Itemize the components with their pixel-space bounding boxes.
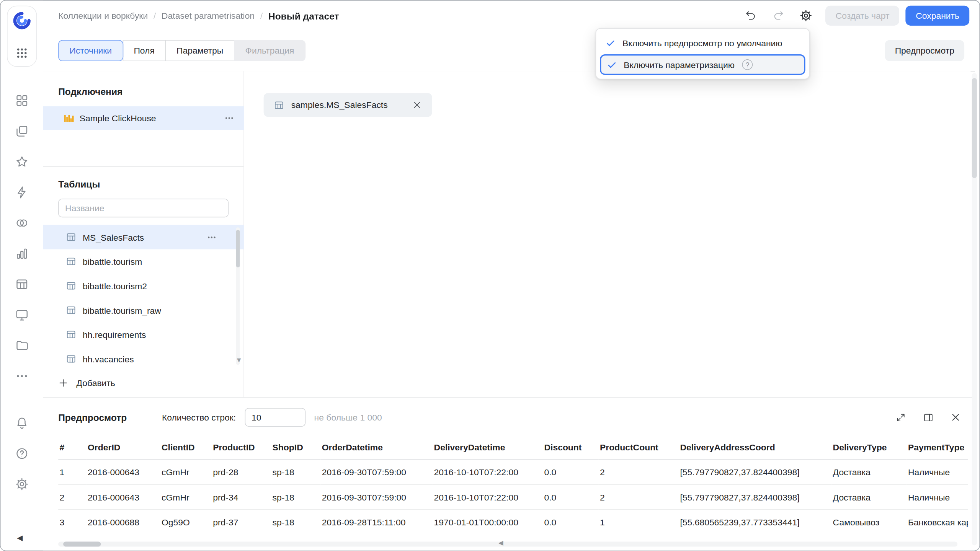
sidebar-bottom: [1, 416, 43, 491]
workbooks-icon[interactable]: [15, 124, 29, 138]
scrollbar-thumb[interactable]: [972, 78, 977, 178]
vertical-scrollbar[interactable]: [972, 73, 977, 545]
scrollbar-thumb[interactable]: [63, 542, 101, 547]
expand-preview-icon[interactable]: [895, 412, 906, 423]
panel-divider: [43, 166, 243, 167]
scroll-left-arrow-icon[interactable]: ◀: [498, 540, 503, 546]
cell: 2: [599, 484, 679, 509]
sidebar-collapse-button[interactable]: ◀: [17, 533, 23, 542]
sources-canvas: samples.MS_SalesFacts: [244, 71, 971, 397]
table-icon: [66, 256, 77, 267]
column-header: #: [58, 435, 87, 460]
table-icon: [66, 329, 77, 340]
cell: prd-28: [212, 460, 271, 484]
cell: Наличные: [907, 484, 968, 509]
cell: [55.797790827,37.824400398]: [679, 460, 831, 484]
settings-gear-icon[interactable]: [15, 477, 29, 491]
settings-menu: Включить предпросмотр по умолчанию Включ…: [596, 28, 810, 79]
preview-toggle-button[interactable]: Предпросмотр: [885, 40, 964, 61]
table-row: 3 2016-000688 Og59O prd-37 sp-18 2016-09…: [58, 509, 968, 534]
favorites-star-icon[interactable]: [15, 155, 29, 169]
table-search-input[interactable]: [58, 199, 229, 217]
connection-name: Sample ClickHouse: [80, 113, 156, 123]
add-table-label: Добавить: [77, 378, 115, 388]
tab-fields[interactable]: Поля: [122, 40, 166, 61]
apps-grid-icon[interactable]: [15, 46, 29, 60]
connection-item-sample-clickhouse[interactable]: Sample ClickHouse: [43, 106, 244, 130]
scroll-down-arrow-icon[interactable]: ▼: [235, 357, 242, 364]
quick-actions-lightning-icon[interactable]: [15, 186, 29, 199]
chip-close-icon[interactable]: [412, 100, 422, 110]
help-circle-icon[interactable]: ?: [742, 59, 753, 70]
topbar: Коллекции и воркбуки / Dataset parametri…: [43, 1, 980, 31]
cell: 2016-09-30T07:59:00: [321, 460, 433, 484]
save-button[interactable]: Сохранить: [906, 6, 969, 26]
tables-list-scrollbar[interactable]: [236, 227, 240, 365]
column-header: Discount: [543, 435, 599, 460]
tab-parameters[interactable]: Параметры: [165, 40, 235, 61]
preview-title: Предпросмотр: [58, 412, 127, 423]
table-list-item[interactable]: bibattle.tourism2: [43, 274, 244, 298]
column-header: OrderDatetime: [321, 435, 433, 460]
menu-item-default-preview[interactable]: Включить предпросмотр по умолчанию: [600, 33, 805, 53]
cell: 1970-01-01T00:00:00: [433, 509, 543, 534]
connections-circles-icon[interactable]: [15, 216, 29, 230]
storage-folder-icon[interactable]: [15, 339, 29, 352]
breadcrumb: Коллекции и воркбуки / Dataset parametri…: [58, 1, 339, 31]
tables-icon[interactable]: [15, 277, 29, 291]
cell: 0.0: [543, 484, 599, 509]
notifications-bell-icon[interactable]: [15, 416, 29, 430]
column-header: ProductCount: [599, 435, 679, 460]
table-menu-button[interactable]: [206, 231, 218, 243]
table-name: hh.requirements: [83, 329, 146, 339]
breadcrumb-collections[interactable]: Коллекции и воркбуки: [58, 11, 148, 21]
source-chip[interactable]: samples.MS_SalesFacts: [264, 93, 432, 117]
cell: 2: [599, 460, 679, 484]
datalens-logo[interactable]: [13, 11, 31, 30]
cell: Самовывоз: [831, 509, 906, 534]
cell: cGmHr: [160, 460, 212, 484]
charts-icon[interactable]: [15, 247, 29, 261]
monitoring-icon[interactable]: [15, 308, 29, 322]
horizontal-scrollbar[interactable]: ◀: [58, 542, 957, 547]
more-ellipsis-icon[interactable]: [15, 369, 29, 383]
row-count-input[interactable]: [245, 408, 305, 427]
table-list-item[interactable]: hh.vacancies: [43, 347, 244, 371]
tab-sources[interactable]: Источники: [58, 40, 123, 61]
column-header: DeliveryDatetime: [433, 435, 543, 460]
cell: 1: [599, 509, 679, 534]
preview-panel: Предпросмотр Количество строк: не больше…: [43, 397, 975, 551]
table-row: 2 2016-000643 cGmHr prd-34 sp-18 2016-09…: [58, 484, 968, 509]
create-chart-button[interactable]: Создать чарт: [826, 6, 900, 26]
column-header: OrderID: [87, 435, 160, 460]
menu-item-label: Включить предпросмотр по умолчанию: [622, 38, 782, 48]
cell: [55.680565239,37.773353441]: [679, 509, 831, 534]
table-list-item[interactable]: bibattle.tourism_raw: [43, 298, 244, 323]
add-table-button[interactable]: Добавить: [58, 375, 115, 391]
menu-item-parametrisation[interactable]: Включить параметризацию ?: [600, 54, 805, 75]
tab-filtering[interactable]: Фильтрация: [234, 40, 305, 61]
connection-menu-button[interactable]: [223, 112, 235, 124]
dataset-tabs: Источники Поля Параметры Фильтрация: [58, 40, 305, 61]
check-icon: [605, 37, 616, 48]
cell: Доставка: [831, 460, 906, 484]
table-name: MS_SalesFacts: [83, 232, 144, 242]
dashboards-icon[interactable]: [15, 94, 29, 108]
undo-icon[interactable]: [742, 6, 760, 25]
table-list-item[interactable]: hh.requirements: [43, 322, 244, 347]
dataset-settings-gear-icon[interactable]: [797, 6, 815, 25]
breadcrumb-workbook[interactable]: Dataset parametrisation: [162, 11, 255, 21]
table-list-item[interactable]: bibattle.tourism: [43, 249, 244, 274]
breadcrumb-separator: /: [154, 11, 156, 21]
tables-list: MS_SalesFacts bibattle.tourism bibattle.…: [43, 225, 244, 371]
close-preview-icon[interactable]: [950, 412, 961, 423]
dock-panel-icon[interactable]: [923, 412, 934, 423]
connections-panel: Подключения Sample ClickHouse Таблицы MS…: [43, 71, 244, 397]
table-list-item[interactable]: MS_SalesFacts: [43, 225, 244, 249]
help-icon[interactable]: [15, 447, 29, 460]
scrollbar-thumb[interactable]: [236, 230, 240, 267]
cell: Банковская карта: [907, 509, 968, 534]
source-chip-label: samples.MS_SalesFacts: [291, 100, 388, 110]
preview-table-header-row: # OrderID ClientID ProductID ShopID Orde…: [58, 435, 968, 460]
redo-icon[interactable]: [769, 6, 788, 25]
